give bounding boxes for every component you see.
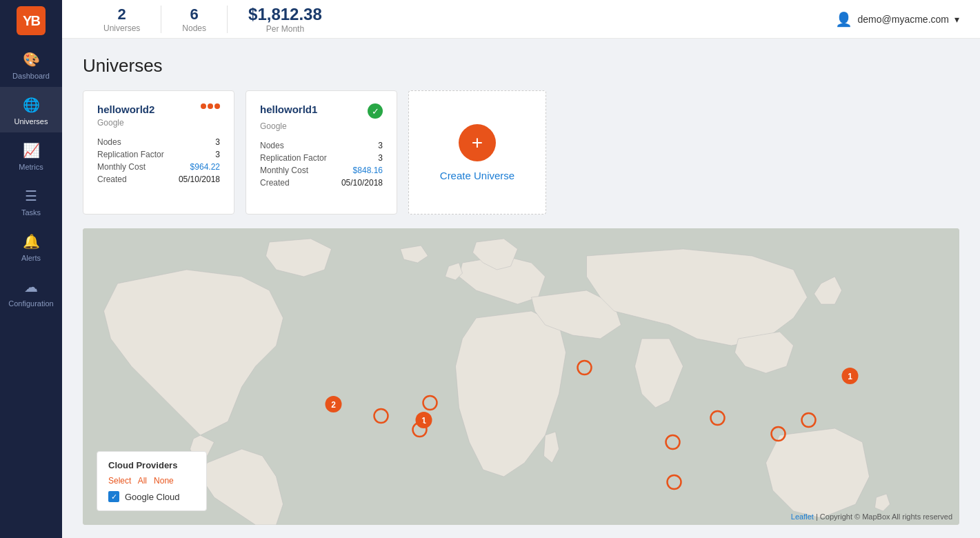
universes-count: 2: [103, 6, 140, 23]
tasks-icon: ☰: [25, 188, 37, 204]
created-value: 05/10/2018: [179, 175, 220, 184]
page-title: Universes: [83, 55, 959, 77]
universe-name: helloworld1: [260, 103, 317, 115]
user-icon: 👤: [835, 11, 852, 28]
rf-value: 3: [378, 153, 383, 163]
stat-cost-row: Monthly Cost $964.22: [97, 162, 220, 172]
nodes-count: 6: [182, 6, 206, 23]
sidebar-item-label: Tasks: [21, 208, 41, 217]
svg-point-2: [374, 409, 388, 423]
svg-point-8: [666, 435, 680, 449]
card-header: helloworld1 ✓: [260, 103, 383, 119]
sidebar-item-label: Dashboard: [12, 72, 50, 80]
universe-provider: Google: [97, 118, 220, 128]
nodes-label: Nodes: [182, 23, 206, 33]
cost-label: Monthly Cost: [260, 166, 308, 175]
stat-rf-row: Replication Factor 3: [260, 153, 383, 163]
rf-label: Replication Factor: [260, 153, 327, 163]
alerts-icon: 🔔: [23, 233, 40, 250]
all-button[interactable]: All: [138, 476, 147, 486]
google-cloud-checkbox[interactable]: ✓: [108, 491, 119, 502]
card-stats: Nodes 3 Replication Factor 3 Monthly Cos…: [260, 141, 383, 188]
universe-name: helloworld2: [97, 103, 154, 115]
stat-cost: $1,812.38 Per Month: [228, 5, 343, 34]
stat-nodes: 6 Nodes: [161, 6, 228, 33]
stat-nodes-row: Nodes 3: [97, 137, 220, 147]
universe-provider: Google: [260, 121, 383, 131]
dot-2: [208, 103, 213, 109]
card-header: helloworld2: [97, 103, 220, 115]
cost-label: Per Month: [248, 24, 322, 34]
stat-created-row: Created 05/10/2018: [260, 178, 383, 188]
universe-card-helloworld1[interactable]: helloworld1 ✓ Google Nodes 3 Replication…: [246, 90, 397, 215]
stat-rf-row: Replication Factor 3: [97, 150, 220, 159]
dot-3: [214, 103, 220, 109]
universe-card-helloworld2[interactable]: helloworld2 Google Nodes 3 Replication F…: [83, 90, 234, 215]
map-container: 2 1: [83, 228, 959, 525]
sidebar-item-tasks[interactable]: ☰ Tasks: [0, 178, 62, 223]
stat-universes: 2 Universes: [83, 6, 161, 33]
sidebar-item-universes[interactable]: 🌐 Universes: [0, 87, 62, 132]
sidebar-item-label: Metrics: [19, 163, 43, 171]
nodes-label: Nodes: [97, 137, 121, 147]
svg-point-7: [578, 361, 592, 375]
sidebar-item-configuration[interactable]: ☁ Configuration: [0, 269, 62, 315]
svg-point-5: [423, 396, 437, 410]
google-cloud-row: ✓ Google Cloud: [108, 491, 195, 502]
topbar-user[interactable]: 👤 demo@myacme.com ▾: [835, 11, 959, 28]
rf-label: Replication Factor: [97, 150, 164, 159]
none-button[interactable]: None: [154, 476, 174, 486]
stat-cost-row: Monthly Cost $848.16: [260, 166, 383, 175]
dropdown-arrow-icon: ▾: [954, 14, 959, 25]
leaflet-link[interactable]: Leaflet: [791, 512, 814, 521]
nodes-value: 3: [215, 137, 220, 147]
world-map: 2 1: [83, 228, 959, 525]
main-area: 2 Universes 6 Nodes $1,812.38 Per Month …: [62, 0, 980, 538]
logo-box: YB: [17, 6, 46, 35]
topbar-stats: 2 Universes 6 Nodes $1,812.38 Per Month: [83, 5, 343, 34]
google-cloud-label: Google Cloud: [125, 492, 180, 502]
svg-point-10: [711, 411, 725, 425]
sidebar-item-alerts[interactable]: 🔔 Alerts: [0, 223, 62, 269]
cloud-providers-title: Cloud Providers: [108, 460, 195, 470]
svg-point-9: [668, 475, 681, 489]
cost-label: Monthly Cost: [97, 162, 146, 172]
stat-nodes-row: Nodes 3: [260, 141, 383, 150]
nodes-value: 3: [378, 141, 383, 150]
stat-created-row: Created 05/10/2018: [97, 175, 220, 184]
create-universe-card[interactable]: + Create Universe: [408, 90, 546, 215]
create-universe-icon: +: [459, 124, 496, 161]
sidebar-item-label: Configuration: [8, 299, 53, 308]
cloud-providers-legend: Cloud Providers Select All None ✓ Google…: [97, 451, 207, 511]
attribution-text: | Copyright © MapBox All rights reserved: [816, 512, 952, 521]
card-stats: Nodes 3 Replication Factor 3 Monthly Cos…: [97, 137, 220, 184]
created-value: 05/10/2018: [341, 178, 383, 188]
svg-text:1: 1: [848, 372, 852, 381]
created-label: Created: [260, 178, 290, 188]
sidebar: YB 🎨 Dashboard 🌐 Universes 📈 Metrics ☰ T…: [0, 0, 62, 538]
sidebar-item-metrics[interactable]: 📈 Metrics: [0, 132, 62, 178]
nodes-label: Nodes: [260, 141, 284, 150]
universes-label: Universes: [103, 23, 140, 33]
create-universe-label: Create Universe: [440, 170, 514, 181]
dashboard-icon: 🎨: [23, 51, 40, 68]
svg-point-11: [802, 413, 816, 427]
svg-text:2: 2: [331, 400, 336, 410]
sidebar-logo: YB: [0, 0, 62, 41]
universes-icon: 🌐: [23, 97, 40, 113]
universe-cards: helloworld2 Google Nodes 3 Replication F…: [83, 90, 959, 215]
cost-amount: $1,812.38: [248, 5, 322, 24]
sidebar-item-label: Alerts: [21, 254, 41, 262]
rf-value: 3: [215, 150, 220, 159]
select-label: Select: [108, 476, 131, 486]
select-row: Select All None: [108, 476, 195, 486]
dot-1: [201, 103, 206, 109]
user-email: demo@myacme.com: [858, 14, 949, 25]
created-label: Created: [97, 175, 127, 184]
map-attribution: Leaflet | Copyright © MapBox All rights …: [791, 512, 952, 521]
sidebar-item-dashboard[interactable]: 🎨 Dashboard: [0, 41, 62, 87]
configuration-icon: ☁: [24, 279, 38, 295]
topbar: 2 Universes 6 Nodes $1,812.38 Per Month …: [62, 0, 980, 39]
status-check-icon: ✓: [368, 103, 383, 119]
sidebar-item-label: Universes: [14, 117, 48, 126]
